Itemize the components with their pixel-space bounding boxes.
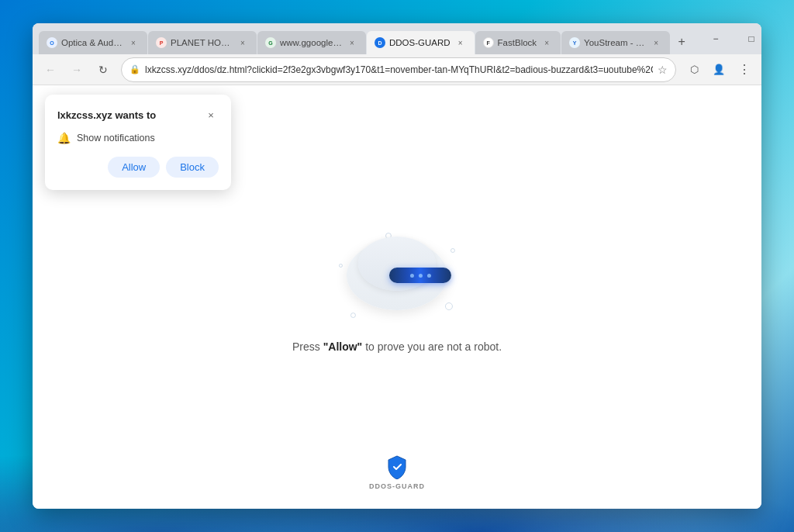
tab-strip: O Optica & Audic... × P PLANET HORRO... … [39, 23, 692, 54]
tab-close-horror[interactable]: × [236, 36, 249, 49]
tab-label-horror: PLANET HORRO... [171, 38, 233, 47]
browser-window: O Optica & Audic... × P PLANET HORRO... … [33, 23, 761, 509]
tab-label-fastblock: FastBlock [498, 38, 537, 47]
tab-favicon-google: G [265, 37, 276, 48]
tab-close-optica[interactable]: × [127, 36, 140, 49]
popup-actions: Allow Block [57, 157, 219, 178]
popup-notification-text: Show notifications [77, 133, 155, 143]
back-arrow-icon: ← [45, 64, 56, 76]
visor-dot-1 [409, 274, 413, 278]
tab-optica[interactable]: O Optica & Audic... × [39, 31, 147, 54]
window-controls: − □ × [699, 27, 761, 50]
tab-favicon-youstream: Y [569, 37, 580, 48]
block-button[interactable]: Block [166, 157, 219, 178]
particle-5 [339, 264, 343, 268]
menu-icon: ⋮ [738, 62, 750, 77]
address-bar-container[interactable]: 🔒 ☆ [121, 57, 676, 82]
tab-label-google: www.ggoogle.c... [280, 38, 342, 47]
tab-close-google[interactable]: × [346, 36, 358, 49]
particle-2 [451, 248, 455, 253]
robot-visual [335, 229, 459, 322]
forward-arrow-icon: → [71, 64, 82, 76]
tab-favicon-fastblock: F [483, 37, 494, 48]
tab-label-ddos: DDOS-GUARD [389, 38, 451, 47]
ddos-brand-label: DDOS-GUARD [369, 482, 425, 490]
tab-youstream[interactable]: Y YouStream - Br... × [561, 31, 670, 54]
profile-button[interactable]: 👤 [707, 58, 730, 81]
bookmark-icon[interactable]: ☆ [658, 64, 668, 76]
new-tab-button[interactable]: + [671, 31, 692, 53]
webpage-content: lxkzcss.xyz wants to × 🔔 Show notificati… [33, 85, 761, 509]
message-suffix: to prove you are not a robot. [362, 340, 502, 353]
toolbar-right: ⬡ 👤 ⋮ [682, 58, 755, 81]
popup-close-button[interactable]: × [203, 107, 219, 123]
popup-notification-row: 🔔 Show notifications [57, 132, 219, 144]
tab-google[interactable]: G www.ggoogle.c... × [257, 31, 366, 54]
tab-favicon-optica: O [47, 37, 57, 48]
particle-3 [445, 302, 453, 310]
tab-fastblock[interactable]: F FastBlock × [475, 31, 561, 54]
tab-ddos[interactable]: D DDOS-GUARD × [367, 31, 475, 54]
tab-favicon-horror: P [156, 37, 167, 48]
lock-icon: 🔒 [129, 64, 140, 74]
particle-4 [350, 313, 356, 318]
title-bar: O Optica & Audic... × P PLANET HORRO... … [33, 23, 761, 54]
visor-dot-3 [426, 274, 430, 278]
tab-close-ddos[interactable]: × [454, 36, 467, 49]
robot-container: Press "Allow" to prove you are not a rob… [292, 229, 502, 353]
menu-button[interactable]: ⋮ [732, 58, 755, 81]
allow-button[interactable]: Allow [108, 157, 160, 178]
tab-horror[interactable]: P PLANET HORRO... × [148, 31, 257, 54]
popup-title: lxkzcss.xyz wants to [57, 109, 156, 121]
profile-icon: 👤 [713, 64, 725, 75]
visor-dot-2 [418, 274, 422, 278]
message-prefix: Press [292, 340, 323, 353]
ddos-shield-icon [386, 454, 408, 479]
robot-head [358, 237, 436, 291]
tab-label-youstream: YouStream - Br... [584, 38, 646, 47]
extensions-button[interactable]: ⬡ [682, 58, 706, 81]
minimize-button[interactable]: − [699, 27, 733, 50]
reload-button[interactable]: ↻ [91, 58, 115, 81]
extensions-icon: ⬡ [690, 64, 699, 75]
bell-icon: 🔔 [57, 132, 71, 144]
tab-close-fastblock[interactable]: × [540, 36, 553, 49]
tab-label-optica: Optica & Audic... [61, 38, 123, 47]
forward-button[interactable]: → [65, 58, 88, 81]
maximize-button[interactable]: □ [734, 27, 761, 50]
browser-toolbar: ← → ↻ 🔒 ☆ ⬡ 👤 ⋮ [33, 54, 761, 85]
message-bold: "Allow" [323, 340, 363, 353]
notification-popup: lxkzcss.xyz wants to × 🔔 Show notificati… [45, 95, 231, 190]
tab-close-youstream[interactable]: × [650, 36, 662, 49]
robot-message: Press "Allow" to prove you are not a rob… [292, 340, 502, 353]
reload-icon: ↻ [98, 64, 108, 76]
popup-header: lxkzcss.xyz wants to × [57, 107, 219, 123]
ddos-guard-logo: DDOS-GUARD [369, 454, 425, 490]
robot-visor [389, 268, 451, 283]
address-input[interactable] [145, 64, 653, 75]
tab-favicon-ddos: D [375, 37, 385, 48]
back-button[interactable]: ← [39, 58, 62, 81]
